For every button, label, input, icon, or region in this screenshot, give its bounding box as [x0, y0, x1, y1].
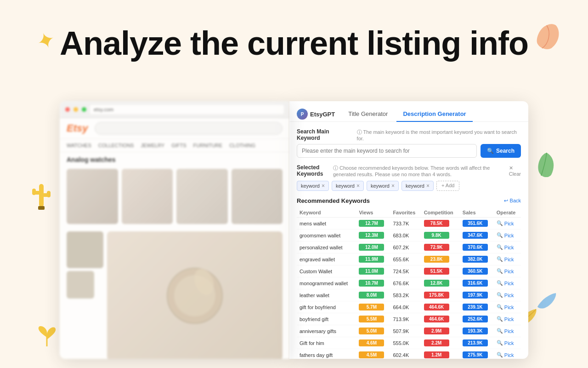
kw-competition-8: 464.6K [421, 313, 460, 325]
pick-search-icon-1: 🔍 [497, 232, 503, 238]
pick-button-9[interactable]: 🔍 Pick [497, 328, 518, 334]
kw-name-11: fathers day gift [297, 349, 356, 359]
pick-button-1[interactable]: 🔍 Pick [497, 232, 518, 238]
table-row: leather wallet 8.0M 583.2K 175.8K 197.9K… [297, 289, 521, 301]
kw-competition-2: 72.9K [421, 242, 460, 253]
kw-competition-9: 2.9M [421, 325, 460, 337]
kw-operate-11: 🔍 Pick [494, 349, 521, 359]
kw-competition-11: 1.2M [421, 349, 460, 359]
etsy-search-bar [95, 122, 283, 135]
kw-favorites-0: 733.7K [390, 218, 421, 230]
kw-views-1: 12.3M [356, 230, 390, 242]
kw-favorites-8: 713.9K [390, 313, 421, 325]
product-card [122, 169, 173, 224]
tab-title-generator[interactable]: Title Generator [342, 107, 394, 122]
col-sales: Sales [460, 208, 494, 218]
remove-tag-2[interactable]: × [356, 183, 360, 189]
kw-name-3: engraved wallet [297, 253, 356, 265]
kw-views-6: 8.0M [356, 289, 390, 301]
plugin-panel: P EtsyGPT Title Generator Description Ge… [289, 101, 528, 359]
pick-search-icon-10: 🔍 [497, 340, 503, 346]
deco-sprout-bottom-left [34, 326, 60, 354]
pick-button-5[interactable]: 🔍 Pick [497, 280, 518, 286]
kw-sales-3: 382.0K [460, 253, 494, 265]
pick-button-6[interactable]: 🔍 Pick [497, 292, 518, 298]
pick-search-icon-11: 🔍 [497, 352, 503, 358]
kw-tag-3[interactable]: keyword × [367, 181, 399, 191]
add-keyword-button[interactable]: + Add [436, 181, 459, 191]
etsy-side-products [60, 228, 289, 359]
browser-mockup: etsy.com Etsy WATCHES COLLECTIONS JEWELR… [60, 101, 289, 359]
pick-button-8[interactable]: 🔍 Pick [497, 316, 518, 322]
col-favorites: Favorites [390, 208, 421, 218]
col-keyword: Keyword [297, 208, 356, 218]
pick-button-7[interactable]: 🔍 Pick [497, 304, 518, 310]
kw-name-8: boyfriend gift [297, 313, 356, 325]
product-card [176, 169, 228, 224]
pick-button-4[interactable]: 🔍 Pick [497, 268, 518, 274]
kw-sales-8: 252.6K [460, 313, 494, 325]
kw-views-5: 10.7M [356, 277, 390, 289]
kw-views-10: 4.6M [356, 337, 390, 349]
kw-views-4: 11.0M [356, 265, 390, 277]
svg-rect-4 [47, 191, 51, 197]
svg-rect-2 [32, 189, 36, 195]
kw-competition-3: 23.8K [421, 253, 460, 265]
pick-button-0[interactable]: 🔍 Pick [497, 220, 518, 226]
kw-views-8: 5.5M [356, 313, 390, 325]
kw-sales-4: 360.5K [460, 265, 494, 277]
remove-tag-4[interactable]: × [426, 183, 430, 189]
kw-views-2: 12.0M [356, 242, 390, 253]
kw-tag-1[interactable]: keyword × [297, 181, 329, 191]
kw-name-5: monogrammed wallet [297, 277, 356, 289]
thumb-2 [67, 271, 94, 299]
pick-button-3[interactable]: 🔍 Pick [497, 256, 518, 262]
remove-tag-3[interactable]: × [391, 183, 395, 189]
search-button[interactable]: 🔍 Search [481, 144, 521, 158]
kw-operate-6: 🔍 Pick [494, 289, 521, 301]
kw-operate-0: 🔍 Pick [494, 218, 521, 230]
deco-leaf-bottom-right2 [535, 291, 558, 313]
main-keyword-input[interactable] [297, 144, 477, 158]
kw-views-11: 4.5M [356, 349, 390, 359]
table-row: engraved wallet 11.9M 655.6K 23.8K 382.0… [297, 253, 521, 265]
pick-search-icon-4: 🔍 [497, 268, 503, 274]
table-row: groomsmen wallet 12.3M 683.0K 9.8K 347.6… [297, 230, 521, 242]
kw-favorites-4: 724.5K [390, 265, 421, 277]
table-row: mens wallet 12.7M 733.7K 78.5K 351.6K 🔍 … [297, 218, 521, 230]
search-row: 🔍 Search [297, 144, 521, 158]
back-button[interactable]: ↩ Back [504, 198, 521, 204]
search-keyword-label: Search Main Keyword ⓘ The main keyword i… [297, 128, 521, 141]
plugin-logo: P EtsyGPT [297, 109, 335, 120]
kw-competition-4: 51.5K [421, 265, 460, 277]
kw-competition-10: 2.2M [421, 337, 460, 349]
col-operate: Operate [494, 208, 521, 218]
browser-dot-red [65, 107, 70, 112]
pick-search-icon-9: 🔍 [497, 328, 503, 334]
pick-button-10[interactable]: 🔍 Pick [497, 340, 518, 346]
pick-button-2[interactable]: 🔍 Pick [497, 244, 518, 250]
kw-tag-2[interactable]: keyword × [332, 181, 364, 191]
content-area: etsy.com Etsy WATCHES COLLECTIONS JEWELR… [60, 101, 528, 359]
kw-competition-6: 175.8K [421, 289, 460, 301]
clear-button[interactable]: ✕ Clear [509, 165, 521, 177]
kw-favorites-3: 655.6K [390, 253, 421, 265]
kw-favorites-11: 602.4K [390, 349, 421, 359]
etsy-thumbs [67, 231, 103, 359]
kw-sales-6: 197.9K [460, 289, 494, 301]
table-row: anniversary gifts 5.0M 507.9K 2.9M 193.3… [297, 325, 521, 337]
kw-sales-2: 370.6K [460, 242, 494, 253]
remove-tag-1[interactable]: × [322, 183, 325, 189]
tab-description-generator[interactable]: Description Generator [396, 107, 472, 122]
kw-operate-2: 🔍 Pick [494, 242, 521, 253]
kw-views-0: 12.7M [356, 218, 390, 230]
kw-favorites-9: 507.9K [390, 325, 421, 337]
table-row: monogrammed wallet 10.7M 676.6K 12.8K 31… [297, 277, 521, 289]
keywords-table: Keyword Views Favorites Competition Sale… [297, 208, 521, 359]
keyword-tags: keyword × keyword × keyword × keyword × … [297, 181, 521, 191]
kw-tag-4[interactable]: keyword × [401, 181, 434, 191]
pick-button-11[interactable]: 🔍 Pick [497, 352, 518, 358]
kw-operate-1: 🔍 Pick [494, 230, 521, 242]
browser-bar: etsy.com [60, 101, 289, 118]
search-hint: ⓘ The main keyword is the most important… [357, 129, 521, 141]
